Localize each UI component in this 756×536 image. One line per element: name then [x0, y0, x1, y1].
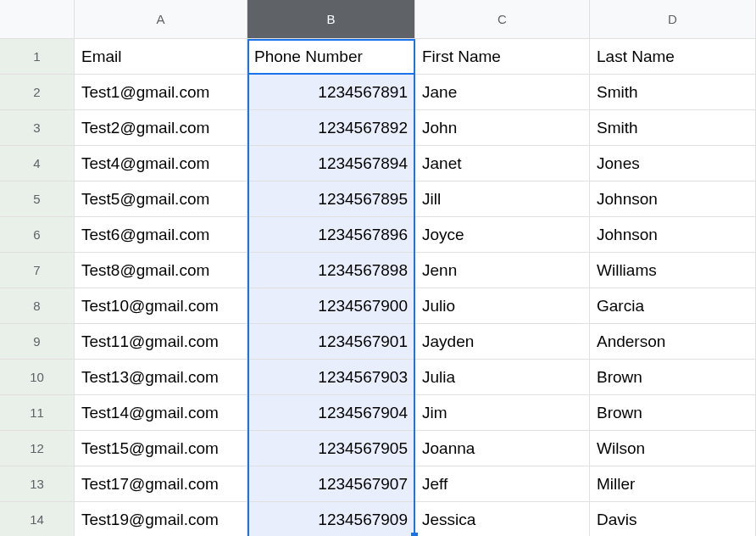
cell-phone[interactable]: 1234567896 — [247, 217, 415, 253]
cell-first[interactable]: Jenn — [415, 253, 590, 288]
cell-email[interactable]: Test1@gmail.com — [75, 75, 247, 110]
cell-phone[interactable]: 1234567901 — [247, 324, 415, 360]
cell-last[interactable]: Williams — [590, 253, 756, 288]
cell-first[interactable]: Jill — [415, 181, 590, 217]
cell-first[interactable]: Joyce — [415, 217, 590, 253]
cell-phone[interactable]: 1234567895 — [247, 181, 415, 217]
cell-phone[interactable]: 1234567900 — [247, 288, 415, 324]
cell-email[interactable]: Test8@gmail.com — [75, 253, 247, 288]
cell-first[interactable]: Jim — [415, 395, 590, 431]
column-header-d[interactable]: D — [590, 0, 756, 39]
cell-first[interactable]: Jeff — [415, 466, 590, 502]
column-header-a[interactable]: A — [75, 0, 247, 39]
cell-email[interactable]: Test19@gmail.com — [75, 502, 247, 536]
cell-phone[interactable]: 1234567894 — [247, 146, 415, 181]
cell-first[interactable]: Jayden — [415, 324, 590, 360]
cell-phone[interactable]: 1234567898 — [247, 253, 415, 288]
cell-last[interactable]: Miller — [590, 466, 756, 502]
row-header[interactable]: 1 — [0, 39, 75, 75]
row-header[interactable]: 7 — [0, 253, 75, 288]
cell-first[interactable]: Janet — [415, 146, 590, 181]
select-all-corner[interactable] — [0, 0, 75, 39]
cell-last[interactable]: Brown — [590, 395, 756, 431]
column-header-c[interactable]: C — [415, 0, 590, 39]
cell-email[interactable]: Test15@gmail.com — [75, 431, 247, 466]
row-header[interactable]: 5 — [0, 181, 75, 217]
cell-email[interactable]: Test4@gmail.com — [75, 146, 247, 181]
fill-handle[interactable] — [411, 533, 418, 536]
cell-first[interactable]: Julia — [415, 360, 590, 395]
row-header[interactable]: 13 — [0, 466, 75, 502]
cell-email[interactable]: Test10@gmail.com — [75, 288, 247, 324]
cell-last[interactable]: Garcia — [590, 288, 756, 324]
cell-email[interactable]: Test14@gmail.com — [75, 395, 247, 431]
row-header[interactable]: 2 — [0, 75, 75, 110]
cell-phone[interactable]: 1234567903 — [247, 360, 415, 395]
cell-c1[interactable]: First Name — [415, 39, 590, 75]
cell-d1[interactable]: Last Name — [590, 39, 756, 75]
cell-email[interactable]: Test2@gmail.com — [75, 110, 247, 146]
cell-email[interactable]: Test13@gmail.com — [75, 360, 247, 395]
cell-last[interactable]: Smith — [590, 110, 756, 146]
row-header[interactable]: 12 — [0, 431, 75, 466]
cell-last[interactable]: Johnson — [590, 217, 756, 253]
column-header-b[interactable]: B — [247, 0, 415, 39]
cell-b1[interactable]: Phone Number — [247, 39, 415, 75]
cell-phone[interactable]: 1234567905 — [247, 431, 415, 466]
cell-first[interactable]: Julio — [415, 288, 590, 324]
cell-last[interactable]: Brown — [590, 360, 756, 395]
cell-phone[interactable]: 1234567891 — [247, 75, 415, 110]
cell-last[interactable]: Wilson — [590, 431, 756, 466]
row-header[interactable]: 6 — [0, 217, 75, 253]
cell-a1[interactable]: Email — [75, 39, 247, 75]
cell-first[interactable]: Jessica — [415, 502, 590, 536]
cell-first[interactable]: Jane — [415, 75, 590, 110]
cell-last[interactable]: Smith — [590, 75, 756, 110]
cell-phone[interactable]: 1234567907 — [247, 466, 415, 502]
row-header[interactable]: 9 — [0, 324, 75, 360]
cell-email[interactable]: Test5@gmail.com — [75, 181, 247, 217]
row-header[interactable]: 4 — [0, 146, 75, 181]
cell-email[interactable]: Test6@gmail.com — [75, 217, 247, 253]
row-header[interactable]: 14 — [0, 502, 75, 536]
cell-last[interactable]: Anderson — [590, 324, 756, 360]
cell-first[interactable]: Joanna — [415, 431, 590, 466]
cell-last[interactable]: Davis — [590, 502, 756, 536]
cell-first[interactable]: John — [415, 110, 590, 146]
row-header[interactable]: 10 — [0, 360, 75, 395]
cell-email[interactable]: Test17@gmail.com — [75, 466, 247, 502]
row-header[interactable]: 8 — [0, 288, 75, 324]
spreadsheet-grid[interactable]: A B C D 1 Email Phone Number First Name … — [0, 0, 756, 536]
cell-phone[interactable]: 1234567904 — [247, 395, 415, 431]
cell-phone[interactable]: 1234567909 — [247, 502, 415, 536]
row-header[interactable]: 11 — [0, 395, 75, 431]
selection-border — [414, 39, 415, 536]
selection-border — [247, 39, 249, 536]
cell-phone[interactable]: 1234567892 — [247, 110, 415, 146]
cell-last[interactable]: Jones — [590, 146, 756, 181]
cell-email[interactable]: Test11@gmail.com — [75, 324, 247, 360]
selection-border — [247, 39, 415, 41]
cell-last[interactable]: Johnson — [590, 181, 756, 217]
row-header[interactable]: 3 — [0, 110, 75, 146]
